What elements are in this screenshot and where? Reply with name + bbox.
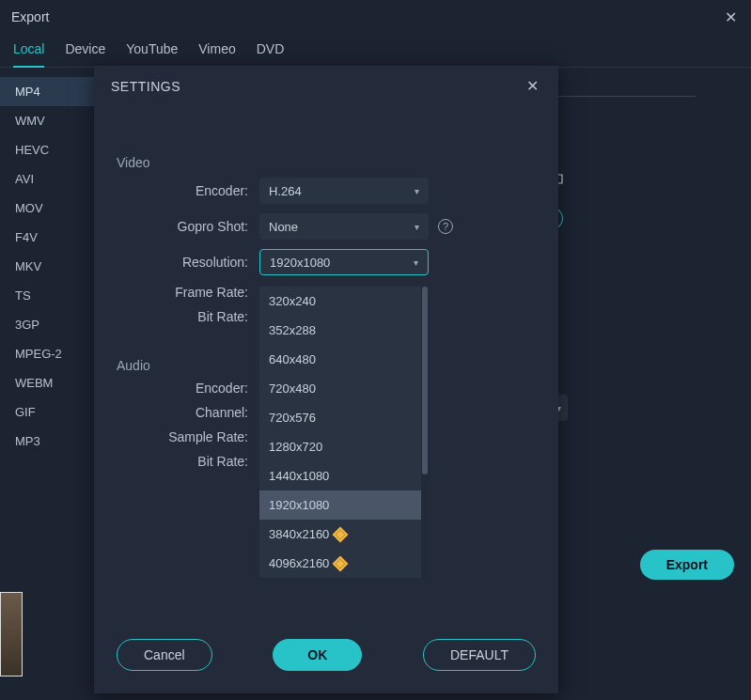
label-encoder: Encoder:: [111, 183, 259, 198]
tab-device[interactable]: Device: [65, 34, 105, 67]
format-item-mp4[interactable]: MP4: [0, 77, 94, 106]
label-resolution: Resolution:: [111, 255, 259, 270]
format-item-3gp[interactable]: 3GP: [0, 310, 94, 339]
resolution-option[interactable]: 320x240: [259, 287, 421, 316]
label-audio-encoder: Encoder:: [111, 381, 259, 396]
select-gopro-value: None: [269, 220, 298, 234]
premium-icon: [333, 555, 349, 571]
row-resolution: Resolution: 1920x1080 ▾: [111, 249, 541, 275]
chevron-down-icon: ▾: [415, 222, 419, 232]
premium-icon: [333, 526, 349, 542]
select-resolution[interactable]: 1920x1080 ▾: [259, 249, 429, 275]
label-bitrate: Bit Rate:: [111, 309, 259, 324]
row-encoder: Encoder: H.264 ▾: [111, 178, 541, 204]
tab-local[interactable]: Local: [13, 34, 44, 68]
format-item-mp3[interactable]: MP3: [0, 427, 94, 456]
resolution-option[interactable]: 720x576: [259, 403, 421, 432]
resolution-option[interactable]: 3840x2160: [259, 520, 421, 549]
format-item-mkv[interactable]: MKV: [0, 252, 94, 281]
format-item-gif[interactable]: GIF: [0, 397, 94, 427]
format-item-hevc[interactable]: HEVC: [0, 135, 94, 164]
format-item-avi[interactable]: AVI: [0, 164, 94, 194]
select-encoder-value: H.264: [269, 184, 302, 198]
tab-dvd[interactable]: DVD: [257, 34, 285, 67]
resolution-option[interactable]: 1440x1080: [259, 461, 421, 490]
scrollbar-thumb[interactable]: [422, 287, 428, 474]
select-resolution-value: 1920x1080: [270, 256, 330, 270]
modal-header: SETTINGS ✕: [94, 66, 558, 106]
resolution-option[interactable]: 4096x2160: [259, 549, 421, 578]
select-encoder[interactable]: H.264 ▾: [259, 178, 429, 204]
resolution-option[interactable]: 1280x720: [259, 432, 421, 461]
resolution-option[interactable]: 640x480: [259, 345, 421, 374]
format-item-ts[interactable]: TS: [0, 281, 94, 310]
label-framerate: Frame Rate:: [111, 285, 259, 300]
label-audio-bitrate: Bit Rate:: [111, 454, 259, 469]
settings-modal: SETTINGS ✕ Video Encoder: H.264 ▾ Gopro …: [94, 66, 558, 693]
export-button[interactable]: Export: [640, 550, 734, 580]
cancel-button[interactable]: Cancel: [117, 639, 212, 671]
resolution-option[interactable]: 720x480: [259, 374, 421, 403]
chevron-down-icon: ▾: [414, 257, 418, 268]
chevron-down-icon: ▾: [415, 186, 419, 196]
label-gopro: Gopro Shot:: [111, 219, 259, 234]
preview-thumbnail[interactable]: [0, 592, 23, 677]
close-icon[interactable]: ✕: [721, 8, 740, 26]
format-item-f4v[interactable]: F4V: [0, 223, 94, 252]
window-title: Export: [11, 9, 49, 24]
modal-footer: Cancel OK DEFAULT: [94, 622, 558, 693]
label-samplerate: Sample Rate:: [111, 429, 259, 444]
resolution-dropdown-list: 320x240 352x288 640x480 720x480 720x576 …: [259, 287, 421, 578]
modal-body: Video Encoder: H.264 ▾ Gopro Shot: None …: [94, 106, 558, 622]
format-item-webm[interactable]: WEBM: [0, 368, 94, 397]
resolution-option[interactable]: 352x288: [259, 316, 421, 345]
modal-title: SETTINGS: [111, 79, 180, 94]
tab-vimeo[interactable]: Vimeo: [198, 34, 235, 67]
row-gopro: Gopro Shot: None ▾ ?: [111, 213, 541, 240]
titlebar: Export ✕: [0, 0, 751, 34]
resolution-dropdown: 320x240 352x288 640x480 720x480 720x576 …: [259, 287, 429, 578]
help-icon[interactable]: ?: [438, 219, 453, 234]
tab-youtube[interactable]: YouTube: [126, 34, 178, 67]
format-item-wmv[interactable]: WMV: [0, 106, 94, 135]
modal-close-icon[interactable]: ✕: [523, 77, 541, 95]
label-channel: Channel:: [111, 405, 259, 420]
select-gopro[interactable]: None ▾: [259, 213, 429, 240]
format-item-mov[interactable]: MOV: [0, 194, 94, 223]
format-item-mpeg2[interactable]: MPEG-2: [0, 339, 94, 368]
default-button[interactable]: DEFAULT: [423, 639, 536, 671]
export-tabs: Local Device YouTube Vimeo DVD: [0, 34, 751, 68]
ok-button[interactable]: OK: [273, 639, 362, 671]
resolution-option-selected[interactable]: 1920x1080: [259, 490, 421, 520]
section-video: Video: [117, 155, 541, 170]
dropdown-scrollbar[interactable]: [421, 287, 429, 578]
